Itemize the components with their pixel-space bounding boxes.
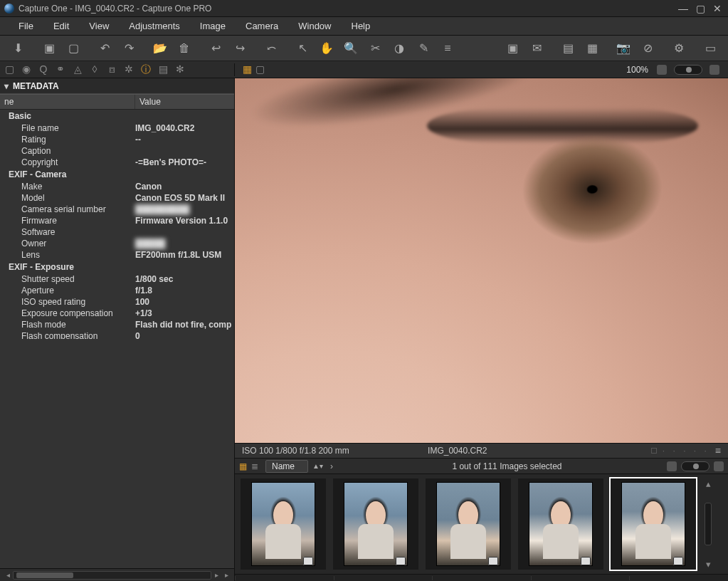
output-tab-icon[interactable]: ▤	[157, 63, 169, 76]
metadata-row[interactable]: Software	[0, 226, 234, 238]
sort-direction-icon[interactable]: ▲▾	[312, 462, 323, 470]
settings-button[interactable]: ⚙	[668, 38, 690, 58]
metadata-row[interactable]: MakeCanon	[0, 181, 234, 192]
open-folder-button[interactable]: 📂	[149, 38, 171, 58]
zoom-slider[interactable]	[674, 65, 702, 75]
zoom-level[interactable]: 100%	[626, 65, 648, 75]
menu-help[interactable]: Help	[342, 21, 381, 31]
redo-button[interactable]: ↪	[229, 38, 250, 58]
menu-file[interactable]: File	[9, 21, 43, 31]
menu-view[interactable]: View	[79, 21, 119, 31]
thumbnail[interactable]	[333, 478, 418, 570]
capture-button[interactable]: ▣	[38, 38, 60, 58]
metadata-row[interactable]: Rating--	[0, 134, 234, 145]
close-button[interactable]: ✕	[711, 3, 724, 14]
grid-view-icon[interactable]: ▦	[239, 461, 247, 471]
menu-edit[interactable]: Edit	[43, 21, 79, 31]
color-tag-box[interactable]	[651, 448, 657, 454]
multi-view-icon[interactable]: ▦	[241, 63, 253, 76]
email-button[interactable]: ✉	[526, 38, 547, 58]
expand-icon[interactable]: ›	[330, 461, 333, 471]
collapse-icon[interactable]: ▾	[4, 81, 9, 91]
menu-image[interactable]: Image	[190, 21, 236, 31]
sort-dropdown[interactable]: Name	[265, 460, 308, 473]
metadata-row[interactable]: Copyright-=Ben's PHOTO=-	[0, 157, 234, 168]
single-view-icon[interactable]: ▢	[253, 63, 266, 76]
info-menu-icon[interactable]: ≡	[715, 445, 721, 456]
main-toolbar: ⬇ ▣ ▢ ↶ ↷ 📂 🗑 ↩ ↪ ⤺ ↖ ✋ 🔍 ✂ ◑ ✎ ≡ ▣ ✉ ▤ …	[0, 36, 728, 61]
composition-tab-icon[interactable]: ⧈	[105, 63, 118, 76]
metadata-row[interactable]: Owner█████	[0, 238, 234, 249]
rotate-ccw-button[interactable]: ↶	[94, 38, 115, 58]
adjust-tool[interactable]: ≡	[437, 38, 458, 58]
maximize-button[interactable]: ▢	[694, 3, 707, 14]
metadata-tab-icon[interactable]: ⓘ	[139, 63, 152, 76]
thumbnail[interactable]	[426, 478, 511, 570]
zoom-tool[interactable]: 🔍	[340, 38, 362, 58]
sidebar-scrollbar[interactable]: ◂ ▸ ▸	[0, 568, 234, 581]
menu-window[interactable]: Window	[288, 21, 341, 31]
rating-icon[interactable]	[657, 65, 667, 75]
thumbnail[interactable]	[518, 478, 603, 570]
metadata-row[interactable]: FirmwareFirmware Version 1.1.0	[0, 215, 234, 226]
output-button[interactable]: ▢	[63, 38, 84, 58]
metadata-row[interactable]: Camera serial number█████████	[0, 204, 234, 215]
minimize-button[interactable]: —	[677, 3, 690, 14]
import-button[interactable]: ⬇	[7, 38, 28, 58]
lens-tab-icon[interactable]: ◊	[88, 63, 101, 76]
metadata-panel-header[interactable]: ▾ METADATA	[0, 78, 234, 94]
undo-button[interactable]: ↩	[205, 38, 226, 58]
metadata-row[interactable]: Flash compensation0	[0, 330, 234, 339]
straighten-tool[interactable]: ◑	[389, 38, 410, 58]
browser-vertical-scroll[interactable]: ▴ ▾	[703, 478, 713, 570]
scrollbar-track[interactable]	[705, 503, 712, 545]
list-view-icon[interactable]: ≣	[251, 461, 258, 471]
metadata-row[interactable]: Exposure compensation+1/3	[0, 308, 234, 319]
menu-camera[interactable]: Camera	[236, 21, 288, 31]
metadata-row[interactable]: Flash modeFlash did not fire, comp	[0, 319, 234, 330]
scroll-up-icon[interactable]: ▴	[706, 478, 711, 489]
thumbnail[interactable]	[241, 478, 326, 570]
metadata-row[interactable]: LensEF200mm f/1.8L USM	[0, 249, 234, 261]
metadata-row[interactable]: File nameIMG_0040.CR2	[0, 122, 234, 134]
image-viewer[interactable]	[235, 78, 728, 443]
menu-adjustments[interactable]: Adjustments	[119, 21, 190, 31]
batch-tab-icon[interactable]: ✻	[174, 63, 186, 76]
scroll-right-icon[interactable]: ▸	[211, 571, 221, 579]
metadata-row[interactable]: ModelCanon EOS 5D Mark II	[0, 192, 234, 204]
browser-toggle-button[interactable]: ▦	[581, 38, 603, 58]
rotate-cw-button[interactable]: ↷	[118, 38, 139, 58]
process-button[interactable]: ▣	[502, 38, 523, 58]
metadata-row[interactable]: Caption	[0, 145, 234, 157]
camera-icon[interactable]: 📷	[613, 38, 634, 58]
metadata-row[interactable]: ISO speed rating100	[0, 296, 234, 308]
horizontal-scrollbar[interactable]	[13, 571, 211, 580]
metadata-row[interactable]: Shutter speed1/800 sec	[0, 273, 234, 285]
crop-tool[interactable]: ✂	[364, 38, 386, 58]
metadata-row[interactable]: Aperturef/1.8	[0, 285, 234, 296]
spot-tool[interactable]: ✎	[413, 38, 434, 58]
quick-tab-icon[interactable]: Q	[37, 63, 50, 76]
viewer-toggle-button[interactable]: ▤	[557, 38, 579, 58]
rating-dots[interactable]: · · · · ·	[663, 446, 709, 456]
scroll-down-icon[interactable]: ▾	[706, 559, 711, 570]
color-tab-icon[interactable]: ⚭	[54, 63, 67, 76]
capture-tab-icon[interactable]: ◉	[20, 63, 33, 76]
scroll-end-icon[interactable]: ▸	[221, 571, 231, 579]
reset-button[interactable]: ⤺	[260, 38, 282, 58]
thumb-size-slider[interactable]	[681, 461, 709, 471]
rating-icon-2[interactable]	[709, 65, 719, 75]
details-tab-icon[interactable]: ✲	[122, 63, 135, 76]
scroll-left-icon[interactable]: ◂	[3, 571, 13, 579]
col-name: ne	[0, 95, 135, 109]
thumb-rating-icon[interactable]	[667, 461, 677, 471]
library-tab-icon[interactable]: ▢	[3, 63, 16, 76]
pointer-tool[interactable]: ↖	[292, 38, 313, 58]
thumbnail-selected[interactable]	[611, 478, 696, 570]
cancel-all-button[interactable]: ⊘	[637, 38, 658, 58]
activity-button[interactable]: ▭	[700, 38, 721, 58]
thumb-rating-icon-2[interactable]	[714, 461, 724, 471]
pan-tool[interactable]: ✋	[316, 38, 337, 58]
exposure-tab-icon[interactable]: ◬	[71, 63, 84, 76]
delete-button[interactable]: 🗑	[174, 38, 195, 58]
